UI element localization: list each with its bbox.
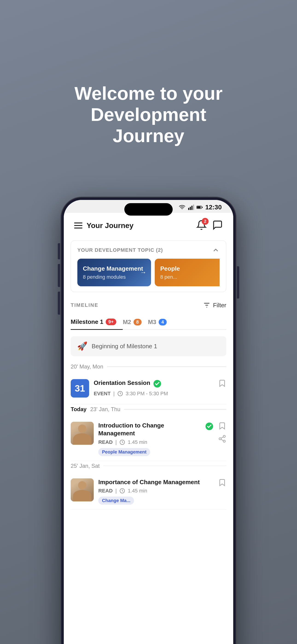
- item-tag-importance: Change Ma...: [98, 496, 134, 505]
- tab-label-1: M2: [123, 318, 131, 326]
- item-meta-intro: READ | 1.45 min: [98, 439, 214, 445]
- item-meta-importance: READ | 1.45 min: [98, 488, 214, 494]
- side-button-power: [237, 266, 239, 298]
- battery-icon: [196, 204, 203, 210]
- item-thumbnail-intro: [71, 422, 94, 445]
- milestone-tab-1[interactable]: Milestone 1 9+: [71, 315, 123, 330]
- clock-icon-orientation: [118, 391, 123, 396]
- timeline-item-intro: Introduction to Change Management: [71, 417, 226, 461]
- section-header: YOUR DEVELOPMENT TOPIC (2): [77, 246, 220, 254]
- meta-type-importance: READ: [98, 488, 112, 494]
- milestone-tab-2[interactable]: M2 8: [123, 315, 148, 329]
- timeline-group-2: 25' Jan, Sat Importance of Change Manage…: [71, 463, 226, 510]
- app-header: Your Journey 2: [64, 213, 233, 236]
- share-icon-intro: [218, 435, 226, 443]
- signal-icon: [188, 204, 194, 210]
- topic-card-title-0: Change Management: [83, 265, 146, 272]
- topic-card-people[interactable]: People 8 pen...: [155, 259, 220, 286]
- status-icons: 12:30: [179, 204, 222, 211]
- svg-point-15: [219, 438, 221, 440]
- meta-divider-importance: |: [115, 488, 117, 494]
- verified-check-orientation: [153, 380, 162, 389]
- milestone-tab-3[interactable]: M3 4: [148, 315, 173, 329]
- item-actions-intro: [218, 422, 226, 444]
- event-date-box: 31: [71, 379, 89, 398]
- date-text-1: 23' Jan, Thu: [90, 406, 120, 412]
- clock-icon-intro: [120, 440, 125, 445]
- date-text-2: 25' Jan, Sat: [71, 463, 100, 469]
- notification-button[interactable]: 2: [196, 220, 207, 231]
- share-button-intro[interactable]: [218, 435, 226, 444]
- timeline-section: TIMELINE Filter Mi: [64, 297, 233, 510]
- svg-rect-3: [193, 204, 194, 210]
- chat-button[interactable]: [212, 220, 223, 231]
- header-left: Your Journey: [74, 221, 134, 230]
- status-bar: 12:30: [64, 200, 233, 213]
- item-title-orientation: Orientation Session: [94, 379, 150, 387]
- hero-section: Welcome to your Development Journey: [17, 0, 280, 197]
- topic-card-change-management[interactable]: Change Management 8 pending modules →: [77, 259, 151, 286]
- item-title-row-orientation: Orientation Session: [94, 379, 214, 389]
- svg-point-14: [223, 435, 226, 438]
- timeline-group-1: Today 23' Jan, Thu Introduction to: [71, 406, 226, 461]
- bookmark-icon-intro: [218, 422, 226, 430]
- filter-button[interactable]: Filter: [203, 301, 226, 309]
- date-header-1: Today 23' Jan, Thu: [71, 406, 226, 412]
- collapse-icon[interactable]: [212, 246, 220, 254]
- status-time: 12:30: [205, 204, 222, 211]
- verified-check-intro: [205, 422, 214, 432]
- clock-icon-importance: [120, 488, 125, 494]
- tab-badge-1: 8: [134, 319, 142, 326]
- item-title-intro: Introduction to Change Management: [98, 422, 202, 438]
- meta-time-intro: 1.45 min: [128, 439, 147, 445]
- filter-icon: [203, 301, 211, 309]
- timeline-item-importance: Importance of Change Management READ |: [71, 474, 226, 510]
- header-title: Your Journey: [86, 221, 134, 230]
- phone-mockup: 12:30 Your Journey: [61, 197, 236, 644]
- item-title-row-importance: Importance of Change Management: [98, 478, 214, 486]
- bookmark-button-orientation[interactable]: [218, 379, 226, 388]
- person-image-intro: [71, 422, 94, 445]
- hamburger-line-3: [74, 228, 82, 228]
- svg-rect-2: [192, 206, 193, 210]
- hamburger-menu[interactable]: [74, 222, 82, 228]
- tab-label-0: Milestone 1: [71, 318, 103, 326]
- svg-point-16: [223, 440, 226, 442]
- rocket-icon: 🚀: [77, 341, 88, 351]
- bookmark-button-intro[interactable]: [218, 422, 226, 431]
- chat-icon: [212, 220, 223, 230]
- dynamic-island: [124, 203, 173, 216]
- svg-line-18: [221, 437, 223, 438]
- topic-card-arrow-0: →: [140, 269, 146, 276]
- date-divider-2: [103, 466, 226, 466]
- svg-rect-1: [190, 207, 191, 210]
- phone-screen: 12:30 Your Journey: [64, 200, 233, 644]
- phone-shell: 12:30 Your Journey: [61, 197, 236, 644]
- svg-rect-6: [202, 206, 202, 208]
- tab-badge-2: 4: [159, 319, 167, 326]
- meta-divider-orientation: |: [113, 391, 115, 397]
- today-prefix: Today: [71, 406, 86, 412]
- notification-badge: 2: [202, 218, 208, 225]
- meta-time-importance: 1.45 min: [128, 488, 147, 494]
- date-header-2: 25' Jan, Sat: [71, 463, 226, 469]
- timeline-group-0: 20' May, Mon 31 Orientation Session: [71, 364, 226, 404]
- topic-card-title-1: People: [160, 265, 220, 272]
- header-right: 2: [196, 220, 223, 231]
- hamburger-line-1: [74, 222, 82, 224]
- meta-divider-intro: |: [115, 439, 117, 445]
- dev-topic-label: YOUR DEVELOPMENT TOPIC (2): [77, 247, 163, 253]
- wifi-icon: [179, 204, 185, 210]
- bookmark-icon-importance: [218, 478, 226, 487]
- bookmark-icon-orientation: [218, 379, 226, 388]
- meta-time-orientation: 3:30 PM - 5:30 PM: [126, 391, 168, 397]
- side-button-vol-up: [58, 264, 60, 287]
- hero-title: Welcome to your Development Journey: [45, 42, 252, 174]
- person-image-importance: [71, 478, 94, 502]
- bookmark-button-importance[interactable]: [218, 478, 226, 488]
- item-actions-orientation: [218, 379, 226, 388]
- app-content: Your Journey 2: [64, 213, 233, 644]
- item-title-row-intro: Introduction to Change Management: [98, 422, 214, 438]
- item-actions-importance: [218, 478, 226, 488]
- item-content-orientation: Orientation Session EV: [94, 379, 214, 400]
